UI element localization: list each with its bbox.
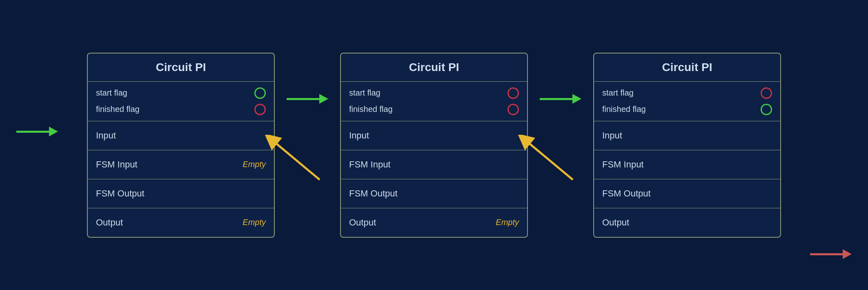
circuit-title-2: Circuit PI — [341, 54, 527, 82]
finished-flag-row-1: finished flag — [96, 101, 266, 118]
green-arrow-1-2 — [287, 94, 328, 104]
input-label-2: Input — [349, 130, 369, 141]
main-container: Circuit PI start flag finished flag Inpu… — [0, 0, 868, 290]
output-empty-2: Empty — [496, 218, 519, 227]
finished-flag-circle-2 — [507, 104, 519, 115]
input-section-2: Input — [341, 121, 527, 150]
green-arrow-2-3 — [540, 94, 581, 104]
output-empty-1: Empty — [243, 218, 266, 227]
output-label-3: Output — [602, 217, 629, 228]
start-flag-row-1: start flag — [96, 85, 266, 101]
start-flag-label-3: start flag — [602, 88, 634, 98]
fsm-output-section-3: FSM Output — [594, 179, 780, 208]
output-section-2: Output Empty — [341, 208, 527, 237]
fsm-input-section-2: FSM Input — [341, 150, 527, 179]
fsm-input-section-1: FSM Input Empty — [88, 150, 274, 179]
finished-flag-label-2: finished flag — [349, 105, 393, 114]
finished-flag-row-2: finished flag — [349, 101, 519, 118]
yellow-arrow-2-3 — [516, 135, 581, 185]
red-arrow-line — [810, 253, 843, 255]
start-flag-label-2: start flag — [349, 88, 381, 98]
circuit-block-3: Circuit PI start flag finished flag Inpu… — [593, 53, 781, 238]
circuit-title-3: Circuit PI — [594, 54, 780, 82]
arrow-head — [572, 94, 581, 104]
flags-section-1: start flag finished flag — [88, 82, 274, 121]
output-label-1: Output — [96, 217, 123, 228]
input-label-3: Input — [602, 130, 622, 141]
fsm-output-label-1: FSM Output — [96, 188, 145, 199]
circuit-block-2: Circuit PI start flag finished flag Inpu… — [340, 53, 528, 238]
fsm-input-label-3: FSM Input — [602, 159, 643, 170]
fsm-output-section-1: FSM Output — [88, 179, 274, 208]
finished-flag-row-3: finished flag — [602, 101, 772, 118]
fsm-output-section-2: FSM Output — [341, 179, 527, 208]
arrow-line — [540, 98, 572, 100]
svg-line-3 — [524, 139, 573, 180]
right-output-arrow — [810, 249, 852, 259]
input-section-1: Input — [88, 121, 274, 150]
fsm-output-label-3: FSM Output — [602, 188, 651, 199]
fsm-input-section-3: FSM Input — [594, 150, 780, 179]
flags-section-2: start flag finished flag — [341, 82, 527, 121]
blocks-row: Circuit PI start flag finished flag Inpu… — [0, 0, 868, 290]
finished-flag-label-3: finished flag — [602, 105, 646, 114]
start-flag-row-2: start flag — [349, 85, 519, 101]
flags-section-3: start flag finished flag — [594, 82, 780, 121]
arrow-between-2-3 — [528, 0, 593, 290]
fsm-input-label-2: FSM Input — [349, 159, 390, 170]
arrow-between-1-2 — [275, 0, 340, 290]
output-section-3: Output — [594, 208, 780, 237]
fsm-input-label-1: FSM Input — [96, 159, 137, 170]
input-label-1: Input — [96, 130, 116, 141]
finished-flag-label-1: finished flag — [96, 105, 140, 114]
output-label-2: Output — [349, 217, 376, 228]
start-flag-label-1: start flag — [96, 88, 127, 98]
finished-flag-circle-3 — [761, 104, 772, 115]
start-flag-row-3: start flag — [602, 85, 772, 101]
start-flag-circle-3 — [761, 87, 772, 99]
start-flag-circle-2 — [507, 87, 519, 99]
fsm-output-label-2: FSM Output — [349, 188, 398, 199]
red-arrow-head — [843, 249, 852, 259]
arrow-line — [287, 98, 319, 100]
yellow-arrow-1-2 — [263, 135, 328, 185]
circuit-title-1: Circuit PI — [88, 54, 274, 82]
output-section-1: Output Empty — [88, 208, 274, 237]
finished-flag-circle-1 — [254, 104, 266, 115]
input-section-3: Input — [594, 121, 780, 150]
arrow-head — [319, 94, 328, 104]
start-flag-circle-1 — [254, 87, 266, 99]
circuit-block-1: Circuit PI start flag finished flag Inpu… — [87, 53, 275, 238]
svg-line-1 — [271, 139, 320, 180]
